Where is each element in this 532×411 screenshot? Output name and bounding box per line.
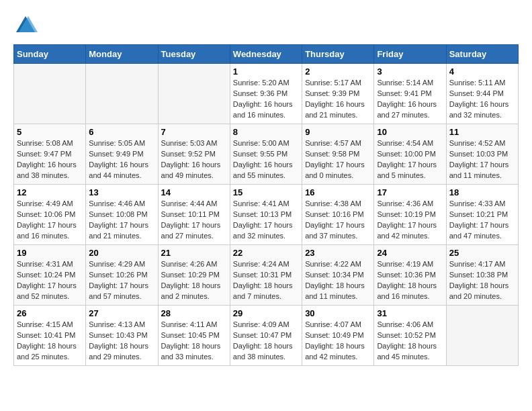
calendar-cell: 20Sunrise: 4:29 AM Sunset: 10:26 PM Dayl… <box>86 245 158 306</box>
day-info: Sunrise: 5:05 AM Sunset: 9:49 PM Dayligh… <box>89 138 154 181</box>
calendar-cell: 17Sunrise: 4:36 AM Sunset: 10:19 PM Dayl… <box>374 185 446 245</box>
day-number: 28 <box>161 308 227 318</box>
day-info: Sunrise: 5:03 AM Sunset: 9:52 PM Dayligh… <box>161 138 227 181</box>
day-number: 1 <box>233 66 299 77</box>
day-number: 24 <box>377 248 443 258</box>
day-info: Sunrise: 4:17 AM Sunset: 10:38 PM Daylig… <box>449 259 515 302</box>
logo <box>13 13 42 38</box>
day-info: Sunrise: 4:49 AM Sunset: 10:06 PM Daylig… <box>17 199 83 242</box>
day-number: 10 <box>377 127 443 137</box>
calendar-cell: 19Sunrise: 4:31 AM Sunset: 10:24 PM Dayl… <box>14 245 86 306</box>
day-number: 31 <box>377 308 443 318</box>
day-info: Sunrise: 4:22 AM Sunset: 10:34 PM Daylig… <box>305 259 371 302</box>
day-info: Sunrise: 4:29 AM Sunset: 10:26 PM Daylig… <box>89 259 154 302</box>
day-info: Sunrise: 5:17 AM Sunset: 9:39 PM Dayligh… <box>305 78 371 121</box>
day-of-week-thursday: Thursday <box>302 45 374 64</box>
calendar-week-row: 5Sunrise: 5:08 AM Sunset: 9:47 PM Daylig… <box>14 124 519 185</box>
day-info: Sunrise: 4:41 AM Sunset: 10:13 PM Daylig… <box>233 199 299 242</box>
day-of-week-monday: Monday <box>86 45 158 64</box>
calendar-cell: 16Sunrise: 4:38 AM Sunset: 10:16 PM Dayl… <box>302 185 374 245</box>
calendar-cell: 28Sunrise: 4:11 AM Sunset: 10:45 PM Dayl… <box>158 306 230 366</box>
day-number: 21 <box>161 248 227 258</box>
day-info: Sunrise: 5:14 AM Sunset: 9:41 PM Dayligh… <box>377 78 443 121</box>
calendar-cell: 24Sunrise: 4:19 AM Sunset: 10:36 PM Dayl… <box>374 245 446 306</box>
calendar-cell: 25Sunrise: 4:17 AM Sunset: 10:38 PM Dayl… <box>446 245 518 306</box>
day-number: 20 <box>89 248 154 258</box>
calendar-cell: 26Sunrise: 4:15 AM Sunset: 10:41 PM Dayl… <box>14 306 86 366</box>
day-number: 18 <box>449 187 515 197</box>
day-number: 15 <box>233 187 299 197</box>
calendar-cell: 4Sunrise: 5:11 AM Sunset: 9:44 PM Daylig… <box>446 64 518 124</box>
calendar-week-row: 12Sunrise: 4:49 AM Sunset: 10:06 PM Dayl… <box>14 185 519 245</box>
day-info: Sunrise: 4:24 AM Sunset: 10:31 PM Daylig… <box>233 259 299 302</box>
calendar-cell: 1Sunrise: 5:20 AM Sunset: 9:36 PM Daylig… <box>230 64 302 124</box>
calendar-cell: 14Sunrise: 4:44 AM Sunset: 10:11 PM Dayl… <box>158 185 230 245</box>
calendar-cell: 9Sunrise: 4:57 AM Sunset: 9:58 PM Daylig… <box>302 124 374 185</box>
calendar-cell: 2Sunrise: 5:17 AM Sunset: 9:39 PM Daylig… <box>302 64 374 124</box>
calendar-cell: 31Sunrise: 4:06 AM Sunset: 10:52 PM Dayl… <box>374 306 446 366</box>
day-of-week-tuesday: Tuesday <box>158 45 230 64</box>
logo-icon <box>13 13 38 38</box>
day-info: Sunrise: 4:38 AM Sunset: 10:16 PM Daylig… <box>305 199 371 242</box>
calendar-cell: 15Sunrise: 4:41 AM Sunset: 10:13 PM Dayl… <box>230 185 302 245</box>
calendar-cell: 11Sunrise: 4:52 AM Sunset: 10:03 PM Dayl… <box>446 124 518 185</box>
calendar-cell: 8Sunrise: 5:00 AM Sunset: 9:55 PM Daylig… <box>230 124 302 185</box>
day-info: Sunrise: 5:00 AM Sunset: 9:55 PM Dayligh… <box>233 138 299 181</box>
day-number: 12 <box>17 187 83 197</box>
day-info: Sunrise: 4:54 AM Sunset: 10:00 PM Daylig… <box>377 138 443 181</box>
calendar-cell: 7Sunrise: 5:03 AM Sunset: 9:52 PM Daylig… <box>158 124 230 185</box>
day-number: 22 <box>233 248 299 258</box>
calendar-cell <box>14 64 86 124</box>
day-number: 7 <box>161 127 227 137</box>
day-info: Sunrise: 5:11 AM Sunset: 9:44 PM Dayligh… <box>449 78 515 121</box>
day-of-week-sunday: Sunday <box>14 45 86 64</box>
day-number: 29 <box>233 308 299 318</box>
calendar-cell: 5Sunrise: 5:08 AM Sunset: 9:47 PM Daylig… <box>14 124 86 185</box>
calendar-week-row: 19Sunrise: 4:31 AM Sunset: 10:24 PM Dayl… <box>14 245 519 306</box>
day-number: 27 <box>89 308 154 318</box>
day-number: 30 <box>305 308 371 318</box>
day-info: Sunrise: 4:57 AM Sunset: 9:58 PM Dayligh… <box>305 138 371 181</box>
calendar-cell: 10Sunrise: 4:54 AM Sunset: 10:00 PM Dayl… <box>374 124 446 185</box>
calendar-cell: 13Sunrise: 4:46 AM Sunset: 10:08 PM Dayl… <box>86 185 158 245</box>
calendar-cell: 27Sunrise: 4:13 AM Sunset: 10:43 PM Dayl… <box>86 306 158 366</box>
day-number: 16 <box>305 187 371 197</box>
day-info: Sunrise: 4:46 AM Sunset: 10:08 PM Daylig… <box>89 199 154 242</box>
day-number: 11 <box>449 127 515 137</box>
day-number: 26 <box>17 308 83 318</box>
day-info: Sunrise: 4:06 AM Sunset: 10:52 PM Daylig… <box>377 320 443 363</box>
day-number: 19 <box>17 248 83 258</box>
day-number: 17 <box>377 187 443 197</box>
day-info: Sunrise: 4:13 AM Sunset: 10:43 PM Daylig… <box>89 320 154 363</box>
calendar-cell: 3Sunrise: 5:14 AM Sunset: 9:41 PM Daylig… <box>374 64 446 124</box>
day-number: 4 <box>449 66 515 77</box>
day-info: Sunrise: 4:44 AM Sunset: 10:11 PM Daylig… <box>161 199 227 242</box>
day-of-week-friday: Friday <box>374 45 446 64</box>
day-of-week-saturday: Saturday <box>446 45 518 64</box>
calendar-cell <box>158 64 230 124</box>
day-info: Sunrise: 4:11 AM Sunset: 10:45 PM Daylig… <box>161 320 227 363</box>
calendar-cell: 30Sunrise: 4:07 AM Sunset: 10:49 PM Dayl… <box>302 306 374 366</box>
day-info: Sunrise: 4:15 AM Sunset: 10:41 PM Daylig… <box>17 320 83 363</box>
calendar-cell: 18Sunrise: 4:33 AM Sunset: 10:21 PM Dayl… <box>446 185 518 245</box>
day-info: Sunrise: 4:31 AM Sunset: 10:24 PM Daylig… <box>17 259 83 302</box>
day-info: Sunrise: 5:08 AM Sunset: 9:47 PM Dayligh… <box>17 138 83 181</box>
calendar-cell: 6Sunrise: 5:05 AM Sunset: 9:49 PM Daylig… <box>86 124 158 185</box>
calendar-cell: 29Sunrise: 4:09 AM Sunset: 10:47 PM Dayl… <box>230 306 302 366</box>
day-info: Sunrise: 4:33 AM Sunset: 10:21 PM Daylig… <box>449 199 515 242</box>
day-number: 23 <box>305 248 371 258</box>
day-info: Sunrise: 5:20 AM Sunset: 9:36 PM Dayligh… <box>233 78 299 121</box>
day-number: 2 <box>305 66 371 77</box>
day-info: Sunrise: 4:07 AM Sunset: 10:49 PM Daylig… <box>305 320 371 363</box>
calendar-week-row: 1Sunrise: 5:20 AM Sunset: 9:36 PM Daylig… <box>14 64 519 124</box>
day-info: Sunrise: 4:26 AM Sunset: 10:29 PM Daylig… <box>161 259 227 302</box>
day-number: 3 <box>377 66 443 77</box>
day-number: 5 <box>17 127 83 137</box>
day-number: 6 <box>89 127 154 137</box>
calendar-header-row: SundayMondayTuesdayWednesdayThursdayFrid… <box>14 45 519 64</box>
day-info: Sunrise: 4:09 AM Sunset: 10:47 PM Daylig… <box>233 320 299 363</box>
day-info: Sunrise: 4:19 AM Sunset: 10:36 PM Daylig… <box>377 259 443 302</box>
day-info: Sunrise: 4:52 AM Sunset: 10:03 PM Daylig… <box>449 138 515 181</box>
day-info: Sunrise: 4:36 AM Sunset: 10:19 PM Daylig… <box>377 199 443 242</box>
calendar-cell: 22Sunrise: 4:24 AM Sunset: 10:31 PM Dayl… <box>230 245 302 306</box>
